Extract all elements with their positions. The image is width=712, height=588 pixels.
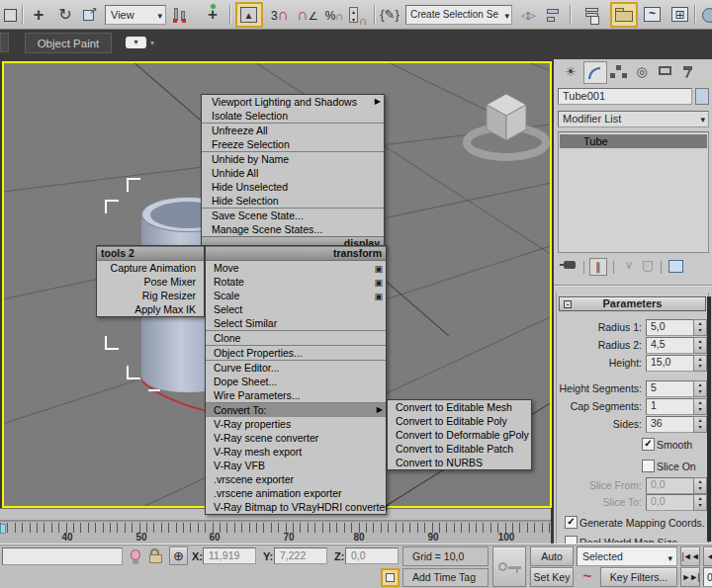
generate-mapping-coords-checkbox[interactable]: ✓: [565, 516, 578, 529]
menu-item[interactable]: Select: [206, 302, 386, 316]
selection-set-key-dropdown[interactable]: Selected ▾: [577, 546, 677, 566]
menu-item[interactable]: Scale▣: [206, 289, 386, 302]
show-end-result-toggle[interactable]: ∥: [589, 258, 607, 276]
modifier-stack-list[interactable]: Tube: [558, 131, 709, 253]
menu-item[interactable]: V-Ray VFB: [206, 459, 386, 472]
edit-named-selection-sets-icon[interactable]: {✎}: [378, 3, 401, 27]
stack-item-tube[interactable]: Tube: [560, 134, 707, 148]
menu-item[interactable]: Rotate▣: [206, 275, 386, 289]
add-time-tag-button[interactable]: Add Time Tag: [402, 568, 489, 587]
isolate-selection-lightbulb-icon[interactable]: [129, 549, 142, 565]
align-icon[interactable]: [542, 3, 566, 27]
tab-modify[interactable]: [583, 61, 607, 84]
radius1-field[interactable]: 5,0: [646, 319, 697, 336]
set-key-button[interactable]: Set Key: [530, 567, 574, 587]
menu-item[interactable]: Manage Scene States...: [202, 222, 384, 236]
menu-item[interactable]: Hide Selection: [202, 194, 384, 208]
x-coordinate-field[interactable]: 11,919: [203, 547, 256, 564]
menu-item[interactable]: Convert to Deformable gPoly: [388, 428, 531, 442]
angle-snap-toggle-icon[interactable]: ∩∠: [295, 3, 320, 27]
sides-field[interactable]: 36: [646, 416, 697, 433]
menu-item[interactable]: Clone: [206, 331, 386, 345]
configure-modifier-sets-icon[interactable]: [668, 260, 683, 273]
menu-item[interactable]: Select Similar: [206, 316, 386, 330]
cap-segments-spinner[interactable]: ▴▾: [693, 398, 707, 415]
ribbon-tab-object-paint[interactable]: Object Paint: [25, 33, 112, 53]
menu-item[interactable]: V-Ray mesh export: [206, 445, 386, 459]
tab-hierarchy[interactable]: [607, 61, 629, 82]
menu-item[interactable]: Convert to Editable Poly: [388, 414, 531, 428]
menu-item[interactable]: Unfreeze All: [202, 124, 384, 137]
absolute-offset-mode-toggle[interactable]: ⊕: [169, 546, 188, 565]
object-color-swatch[interactable]: [695, 88, 709, 105]
menu-item[interactable]: Dope Sheet...: [206, 375, 386, 388]
select-and-move-icon[interactable]: +: [27, 3, 50, 27]
menu-item[interactable]: Object Properties...: [206, 346, 386, 360]
slice-to-field[interactable]: 0,0: [646, 494, 697, 511]
viewcube[interactable]: [461, 77, 552, 168]
menu-item[interactable]: .vrscene exporter: [206, 472, 386, 486]
menu-item[interactable]: V-Ray properties: [206, 417, 386, 431]
maxscript-mini-listener[interactable]: [2, 547, 123, 565]
menu-item[interactable]: Unhide All: [202, 166, 384, 180]
select-and-scale-icon[interactable]: ↗: [79, 3, 103, 27]
snaps-toggle-3d-icon[interactable]: 3∩: [267, 3, 293, 27]
menu-item[interactable]: Isolate Selection: [202, 109, 384, 123]
menu-item[interactable]: Freeze Selection: [202, 137, 384, 151]
select-and-manipulate-icon[interactable]: +: [201, 3, 224, 27]
render-setup-icon[interactable]: [698, 3, 712, 27]
height-segments-spinner[interactable]: ▴▾: [693, 380, 707, 397]
select-and-rotate-icon[interactable]: ↻: [53, 3, 77, 27]
menu-item[interactable]: Apply Max IK: [97, 302, 204, 316]
menu-item[interactable]: Unhide by Name: [202, 152, 384, 166]
smooth-checkbox[interactable]: ✓: [642, 438, 655, 451]
use-pivot-point-center-icon[interactable]: [168, 3, 192, 27]
schematic-view-icon[interactable]: ⊞: [668, 3, 692, 27]
tab-utilities[interactable]: [678, 61, 700, 82]
menu-item-convert-to[interactable]: Convert To:▶: [206, 403, 386, 417]
auto-key-button[interactable]: Auto Key: [530, 546, 574, 566]
time-slider-fragment[interactable]: [0, 524, 6, 534]
tab-motion[interactable]: ◎: [631, 61, 653, 82]
settings-box-icon[interactable]: ▣: [374, 290, 383, 303]
spinner-snap-toggle-icon[interactable]: ▴▾ ∩: [346, 3, 372, 27]
menu-item[interactable]: Convert to Editable Patch: [388, 442, 531, 456]
menu-item[interactable]: Pose Mixer: [97, 275, 204, 289]
named-selection-sets-dropdown[interactable]: Create Selection Se ▾: [405, 5, 512, 25]
menu-item[interactable]: V-Ray scene converter: [206, 431, 386, 445]
rollout-scrollbar[interactable]: [707, 296, 711, 542]
make-unique-icon[interactable]: ∨: [621, 258, 637, 276]
menu-item[interactable]: Convert to NURBS: [388, 456, 531, 469]
menu-item[interactable]: Curve Editor...: [206, 361, 386, 375]
height-field[interactable]: 15,0: [646, 355, 697, 372]
menu-item[interactable]: Wire Parameters...: [206, 388, 386, 402]
previous-frame-button[interactable]: ◄: [703, 546, 712, 566]
timeline-ruler[interactable]: 40 50 60 70 80 90 100: [0, 521, 551, 544]
menu-item[interactable]: Move▣: [206, 261, 386, 275]
toggle-scene-explorer-button[interactable]: [610, 2, 638, 28]
menu-item[interactable]: .vrscene animation exporter: [206, 486, 386, 500]
remove-modifier-icon[interactable]: [643, 261, 653, 272]
height-spinner[interactable]: ▴▾: [693, 355, 707, 372]
layer-manager-icon[interactable]: [581, 3, 605, 27]
go-to-start-button[interactable]: |◄◄: [680, 546, 700, 566]
current-frame-field[interactable]: 0: [703, 567, 712, 587]
ribbon-minimize-button[interactable]: ▾: [126, 37, 146, 48]
selection-lock-toggle[interactable]: [148, 548, 163, 565]
mirror-icon[interactable]: ◁▷: [515, 3, 539, 27]
ribbon-flyout-arrow-icon[interactable]: ▾: [150, 39, 154, 47]
menu-item[interactable]: Hide Unselected: [202, 180, 384, 194]
menu-item[interactable]: Capture Animation: [97, 261, 204, 275]
y-coordinate-field[interactable]: 7,222: [274, 547, 327, 564]
key-filters-button[interactable]: Key Filters...: [600, 567, 677, 587]
menu-item[interactable]: Save Scene State...: [202, 209, 384, 222]
sides-spinner[interactable]: ▴▾: [693, 416, 707, 433]
reference-coordinate-dropdown[interactable]: View ▾: [105, 5, 166, 25]
z-coordinate-field[interactable]: 0,0: [345, 547, 399, 564]
radius2-spinner[interactable]: ▴▾: [693, 337, 707, 354]
slice-on-checkbox[interactable]: [642, 460, 655, 472]
tab-display[interactable]: [655, 61, 676, 82]
parameters-rollout-header[interactable]: - Parameters: [559, 296, 706, 311]
menu-item[interactable]: Rig Resizer: [97, 289, 204, 302]
ribbon-tab-partial[interactable]: [0, 33, 9, 52]
